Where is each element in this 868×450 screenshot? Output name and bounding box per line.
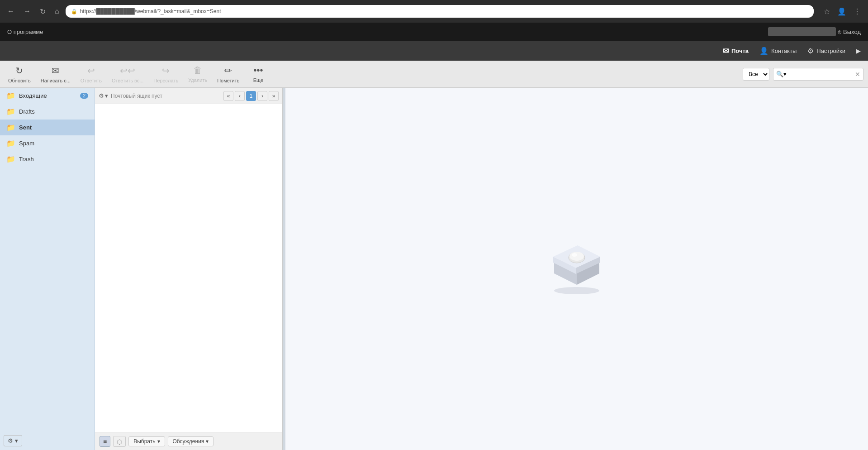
inbox-badge: 2 xyxy=(80,93,88,99)
folder-icon-sent: 📁 xyxy=(6,123,15,132)
home-button[interactable]: ⌂ xyxy=(52,5,62,17)
preview-pane xyxy=(285,88,868,450)
thread-view-button[interactable]: ◌ xyxy=(113,436,126,447)
prev-page-button[interactable]: ‹ xyxy=(235,91,245,101)
reply-all-icon: ↩↩ xyxy=(120,65,135,76)
sidebar-label-inbox: Входящие xyxy=(19,92,47,99)
settings-icon: ⚙ xyxy=(807,47,814,55)
main-layout: 📁 Входящие 2 📁 Drafts 📁 Sent 📁 Spam 📁 Tr… xyxy=(0,88,868,450)
address-text: https://██████████/webmail/?_task=mail&_… xyxy=(80,8,221,14)
more-button[interactable]: ••• Еще xyxy=(246,63,270,86)
first-page-button[interactable]: « xyxy=(223,91,233,101)
svg-point-0 xyxy=(554,287,599,294)
logout-label: Выход xyxy=(843,29,861,35)
folder-icon-trash: 📁 xyxy=(6,155,15,163)
mark-button[interactable]: ✏ Пометить xyxy=(213,63,243,86)
content-gear-button[interactable]: ⚙ ▾ xyxy=(99,92,108,99)
about-link[interactable]: О программе xyxy=(7,29,43,35)
forward-button[interactable]: ↪ Переслать xyxy=(150,63,182,86)
nav-settings-label: Настройки xyxy=(816,48,845,54)
sidebar-item-spam[interactable]: 📁 Spam xyxy=(0,135,95,151)
refresh-label: Обновить xyxy=(8,78,31,83)
contacts-icon: 👤 xyxy=(759,47,768,55)
sidebar-label-spam: Spam xyxy=(19,140,34,147)
refresh-icon: ↻ xyxy=(15,65,23,76)
nav-contacts[interactable]: 👤 Контакты xyxy=(759,47,797,55)
folder-icon-spam: 📁 xyxy=(6,139,15,148)
empty-box-message: Почтовый ящик пуст xyxy=(111,93,221,99)
app-bar: О программе ⎋ Выход xyxy=(0,23,868,41)
toolbar: ↻ Обновить ✉ Написать с... ↩ Ответить ↩↩… xyxy=(0,61,868,88)
current-page-button[interactable]: 1 xyxy=(246,91,256,101)
refresh-button[interactable]: ↻ Обновить xyxy=(5,63,34,86)
content-footer: ≡ ◌ Выбрать ▾ Обсуждения ▾ xyxy=(95,432,282,450)
sidebar-item-trash[interactable]: 📁 Trash xyxy=(0,151,95,167)
nav-mail[interactable]: ✉ Почта xyxy=(723,47,749,55)
more-icon: ••• xyxy=(253,65,263,76)
browser-actions: ☆ 👤 ⋮ xyxy=(821,5,863,18)
top-search-input[interactable] xyxy=(768,27,836,36)
reply-all-label: Ответить вс... xyxy=(112,78,143,83)
sidebar-footer: ⚙ ▾ xyxy=(0,431,95,450)
menu-button[interactable]: ⋮ xyxy=(851,5,863,18)
sidebar-item-drafts[interactable]: 📁 Drafts xyxy=(0,104,95,120)
pagination: « ‹ 1 › » xyxy=(223,91,279,101)
next-page-button[interactable]: › xyxy=(257,91,267,101)
empty-box-svg xyxy=(545,242,608,296)
delete-icon: 🗑 xyxy=(193,65,202,76)
nav-settings[interactable]: ⚙ Настройки xyxy=(807,47,845,55)
filter-select[interactable]: Все xyxy=(743,68,769,81)
sidebar-gear-icon: ⚙ xyxy=(8,437,13,444)
back-button[interactable]: ← xyxy=(5,5,17,17)
select-chevron: ▾ xyxy=(157,438,160,445)
discuss-label: Обсуждения xyxy=(173,438,204,445)
sidebar-label-trash: Trash xyxy=(19,156,34,163)
sidebar-gear-button[interactable]: ⚙ ▾ xyxy=(4,435,22,446)
nav-more[interactable]: ▶ xyxy=(856,48,861,54)
top-nav: ✉ Почта 👤 Контакты ⚙ Настройки ▶ xyxy=(0,41,868,61)
toolbar-right: Все 🔍▾ ✕ xyxy=(743,68,863,81)
discuss-chevron: ▾ xyxy=(206,438,209,445)
reply-all-button[interactable]: ↩↩ Ответить вс... xyxy=(108,63,147,86)
logout-icon: ⎋ xyxy=(838,29,841,35)
folder-icon-inbox: 📁 xyxy=(6,91,15,100)
content-gear-icon: ⚙ xyxy=(99,92,104,99)
list-view-button[interactable]: ≡ xyxy=(100,436,110,447)
svg-point-9 xyxy=(572,253,577,257)
sidebar-item-sent[interactable]: 📁 Sent xyxy=(0,120,95,135)
folder-icon-drafts: 📁 xyxy=(6,107,15,116)
app-bar-right: ⎋ Выход xyxy=(768,27,861,36)
search-clear-icon[interactable]: ✕ xyxy=(855,71,860,78)
logout-button[interactable]: ⎋ Выход xyxy=(838,29,861,35)
search-input[interactable] xyxy=(787,71,855,77)
nav-more-icon: ▶ xyxy=(856,48,861,54)
last-page-button[interactable]: » xyxy=(269,91,279,101)
mail-icon: ✉ xyxy=(723,47,729,55)
select-button[interactable]: Выбрать ▾ xyxy=(128,436,165,446)
compose-button[interactable]: ✉ Написать с... xyxy=(37,63,74,86)
sidebar-label-sent: Sent xyxy=(19,124,32,131)
browser-chrome: ← → ↻ ⌂ 🔒 https://██████████/webmail/?_t… xyxy=(0,0,868,23)
lock-icon: 🔒 xyxy=(71,9,77,14)
sidebar-label-drafts: Drafts xyxy=(19,108,35,115)
star-button[interactable]: ☆ xyxy=(821,5,833,18)
address-bar[interactable]: 🔒 https://██████████/webmail/?_task=mail… xyxy=(66,5,814,18)
forward-icon: ↪ xyxy=(162,65,170,76)
delete-label: Удалить xyxy=(188,77,207,83)
compose-label: Написать с... xyxy=(41,78,71,83)
compose-icon: ✉ xyxy=(52,65,59,76)
profile-button[interactable]: 👤 xyxy=(835,5,849,18)
delete-button[interactable]: 🗑 Удалить xyxy=(185,63,211,86)
sidebar-item-inbox[interactable]: 📁 Входящие 2 xyxy=(0,88,95,104)
nav-contacts-label: Контакты xyxy=(771,48,797,54)
forward-button[interactable]: → xyxy=(21,5,33,17)
nav-mail-label: Почта xyxy=(731,48,749,54)
content-empty-area xyxy=(95,104,282,432)
search-icon: 🔍▾ xyxy=(776,71,787,77)
discuss-button[interactable]: Обсуждения ▾ xyxy=(168,436,214,446)
reload-button[interactable]: ↻ xyxy=(37,5,48,18)
select-label: Выбрать xyxy=(133,438,155,445)
reply-button[interactable]: ↩ Ответить xyxy=(77,63,105,86)
more-label: Еще xyxy=(253,77,263,83)
svg-point-8 xyxy=(569,252,584,261)
